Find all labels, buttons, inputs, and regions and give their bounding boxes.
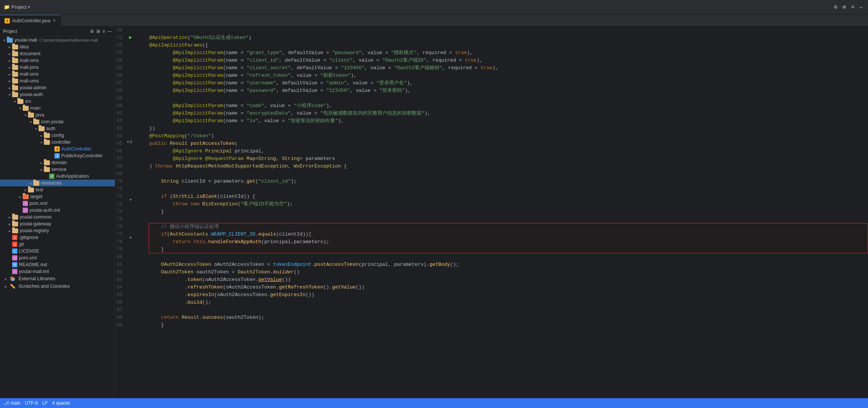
minimize-icon[interactable]: — (858, 3, 864, 11)
folder-icon (12, 85, 18, 90)
indentation-item[interactable]: 4 spaces (52, 400, 70, 406)
tree-item[interactable]: ▸ mall-pms (0, 64, 115, 71)
arrow-spacer (49, 147, 54, 151)
code-line-71 (136, 185, 868, 193)
tree-item[interactable]: ▾ auth (0, 125, 115, 132)
md-file-icon: M (12, 262, 17, 267)
project-label[interactable]: 📁 Project ▾ (4, 4, 30, 10)
arrow-icon: ▾ (2, 38, 7, 42)
dot-icon: ● (129, 198, 132, 202)
tree-item[interactable]: i youlai-mall.iml (0, 268, 115, 275)
arrow-spacer (49, 154, 54, 158)
license-file-icon: L (12, 248, 17, 254)
tree-item[interactable]: ▸ resources (0, 180, 115, 186)
arrow-spacer (17, 202, 23, 206)
tree-item[interactable]: J AuthApplication (0, 173, 115, 180)
project-icon: 📁 (4, 4, 10, 10)
tree-item[interactable]: ▸ mall-sms (0, 71, 115, 78)
xml-file-icon: x (12, 255, 17, 261)
tree-item[interactable]: J PublicKeyController (0, 152, 115, 159)
code-line-75 (136, 216, 868, 223)
tree-item[interactable]: ▾ com.youlai (0, 118, 115, 125)
code-line-74: } (136, 208, 868, 216)
tree-item[interactable]: g .gitignore (0, 234, 115, 241)
tree-item[interactable]: i youlai-auth.iml (0, 207, 115, 214)
arrow-spacer (7, 242, 12, 247)
tree-item[interactable]: ▸ youlai-admin (0, 84, 115, 91)
tree-item[interactable]: ▾ youlai-auth (0, 91, 115, 98)
tree-item[interactable]: ▸ service (0, 166, 115, 173)
sidebar-gear-icon[interactable]: ≡ (102, 29, 105, 34)
folder-icon (23, 194, 29, 199)
encoding-item[interactable]: UTF-8 (25, 400, 38, 406)
tree-item[interactable]: ▾ main (0, 105, 115, 112)
arrow-icon: ▸ (17, 195, 23, 199)
folder-icon (12, 215, 18, 220)
tree-item[interactable]: ▸ document (0, 50, 115, 57)
folder-icon (12, 51, 18, 56)
line-numbers: 50 51 52 53 54 55 56 57 58 59 60 61 62 6… (115, 26, 125, 398)
menu-icon[interactable]: ≡ (849, 3, 856, 11)
folder-icon (28, 113, 34, 118)
code-line-81: OAuth2AccessToken oAuth2AccessToken = to… (136, 261, 868, 268)
tree-item[interactable]: ▸ youlai-common (0, 214, 115, 220)
tree-item[interactable]: M README.md (0, 261, 115, 268)
code-line-50 (136, 26, 868, 34)
tree-item[interactable]: ▸ youlai-registry (0, 227, 115, 234)
code-line-55: @ApiImplicitParam(name = "client_secret"… (136, 64, 868, 72)
tree-item[interactable]: ▾ src (0, 98, 115, 105)
tab-authcontroller[interactable]: J AuthController.java ✕ (0, 15, 61, 26)
tree-item[interactable]: g git (0, 241, 115, 248)
git-file-icon: g (12, 242, 17, 247)
tree-item[interactable]: ▸ target (0, 193, 115, 200)
arrow-icon: ▸ (39, 161, 44, 165)
settings-icon[interactable]: ⚙ (832, 3, 839, 11)
folder-icon (39, 126, 45, 131)
run-icon[interactable]: ● (127, 140, 129, 144)
code-line-73: throw new BizException("客户端ID不能为空"); (136, 200, 868, 208)
line-ending-item[interactable]: LF (42, 400, 48, 406)
tree-item[interactable]: ▾ youlai-mall C:/projects/java/mall/youl… (0, 37, 115, 43)
tab-close-icon[interactable]: ✕ (53, 18, 56, 23)
folder-icon (17, 99, 23, 104)
code-line-64: @PostMapping("/token") (136, 132, 868, 140)
arrow-icon: ▾ (17, 106, 23, 110)
code-line-80 (136, 253, 868, 261)
code-line-60: @ApiImplicitParam(name = "code", value =… (136, 102, 868, 110)
tree-item[interactable]: ▾ java (0, 112, 115, 118)
folder-icon (12, 222, 18, 226)
folder-icon (44, 133, 50, 138)
tree-item[interactable]: ▸ idea (0, 43, 115, 50)
tree-item[interactable]: ▸ mall-oms (0, 57, 115, 64)
arrow-icon: ▸ (7, 86, 12, 90)
code-editor[interactable]: 50 51 52 53 54 55 56 57 58 59 60 61 62 6… (115, 26, 868, 398)
tree-item[interactable]: x pom.xml (0, 200, 115, 207)
arrow-icon: ▸ (39, 133, 44, 138)
tree-item[interactable]: L LICENSE (0, 248, 115, 254)
java-file-icon: J (54, 146, 60, 152)
tree-item[interactable]: ▸ mall-ums (0, 78, 115, 84)
sidebar-minus-icon[interactable]: — (107, 29, 112, 34)
code-line-56: @ApiImplicitParam(name = "refresh_token"… (136, 72, 868, 79)
scratches-icon: ✏️ (10, 284, 16, 289)
tree-item[interactable]: ▸ config (0, 132, 115, 139)
git-branch-item[interactable]: ⎇ main (4, 400, 20, 406)
tree-item[interactable]: ▸ youlai-gateway (0, 220, 115, 227)
tree-item[interactable]: ▾ controller (0, 139, 115, 146)
tree-item[interactable]: ▸ domain (0, 159, 115, 166)
folder-icon (28, 188, 34, 192)
folder-icon (44, 160, 50, 165)
external-libraries-item[interactable]: ▸ 📚 External Libraries (0, 275, 115, 282)
tree-item[interactable]: J AuthController (0, 146, 115, 152)
code-line-86: .build(); (136, 299, 868, 306)
arrow-spacer (17, 208, 23, 213)
main-layout: Project ⚙ ⊞ ≡ — ▾ youlai-mall C:/project… (0, 26, 868, 398)
sidebar-layout-icon[interactable]: ⊞ (96, 29, 100, 34)
folder-icon (12, 72, 18, 77)
folder-icon (12, 45, 18, 50)
sidebar-settings-icon[interactable]: ⚙ (90, 29, 94, 34)
layout-icon[interactable]: ⊞ (841, 3, 847, 11)
tree-item[interactable]: x pom.xml (0, 254, 115, 261)
tree-item[interactable]: ▸ test (0, 186, 115, 193)
scratches-consoles-item[interactable]: ▸ ✏️ Scratches and Consoles (0, 282, 115, 290)
